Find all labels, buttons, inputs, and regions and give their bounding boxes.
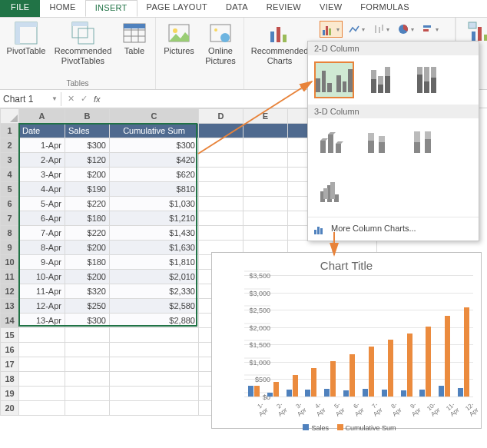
cell[interactable]: 5-Apr bbox=[19, 197, 65, 211]
cell[interactable]: Sales bbox=[65, 124, 110, 138]
chart-legend[interactable]: Sales Cumulative Sum bbox=[217, 424, 476, 432]
cell[interactable]: $220 bbox=[65, 226, 110, 241]
cell[interactable]: $200 bbox=[65, 241, 110, 255]
column-3d[interactable] bbox=[314, 174, 354, 211]
percent-stacked-column-3d[interactable] bbox=[406, 124, 446, 161]
row-header[interactable]: 3 bbox=[1, 153, 19, 168]
row-header[interactable]: 1 bbox=[1, 124, 19, 138]
cell[interactable]: $2,010 bbox=[110, 270, 199, 284]
cell[interactable]: $320 bbox=[65, 284, 110, 299]
cell[interactable]: $2,580 bbox=[110, 299, 199, 314]
tab-page-layout[interactable]: PAGE LAYOUT bbox=[137, 0, 217, 17]
cell[interactable]: $1,810 bbox=[110, 255, 199, 270]
row-header[interactable]: 15 bbox=[1, 328, 19, 343]
col-header-A[interactable]: A bbox=[19, 109, 65, 124]
name-box[interactable]: Chart 1▼ bbox=[0, 92, 61, 106]
cell[interactable]: 13-Apr bbox=[19, 314, 65, 328]
row-header[interactable]: 18 bbox=[1, 372, 19, 387]
cell[interactable]: $200 bbox=[65, 168, 110, 182]
recommended-pivottables-button[interactable]: Recommended PivotTables bbox=[52, 19, 114, 66]
tab-view[interactable]: VIEW bbox=[310, 0, 351, 17]
row-header[interactable]: 16 bbox=[1, 343, 19, 357]
cell[interactable]: 9-Apr bbox=[19, 255, 65, 270]
cell[interactable]: $420 bbox=[110, 153, 199, 168]
row-header[interactable]: 13 bbox=[1, 299, 19, 314]
cell[interactable]: $2,880 bbox=[110, 314, 199, 328]
cell[interactable]: 4-Apr bbox=[19, 182, 65, 197]
row-header[interactable]: 7 bbox=[1, 211, 19, 226]
row-header[interactable]: 6 bbox=[1, 197, 19, 211]
recommended-charts-button[interactable]: Recommended Charts bbox=[249, 19, 310, 66]
cell[interactable]: 11-Apr bbox=[19, 284, 65, 299]
cell[interactable]: $250 bbox=[65, 299, 110, 314]
row-header[interactable]: 20 bbox=[1, 401, 19, 416]
cell[interactable]: $810 bbox=[110, 182, 199, 197]
table-button[interactable]: Table bbox=[118, 19, 151, 66]
cell[interactable]: $1,430 bbox=[110, 226, 199, 241]
row-header[interactable]: 19 bbox=[1, 387, 19, 401]
cell[interactable]: $190 bbox=[65, 182, 110, 197]
col-header-D[interactable]: D bbox=[199, 109, 244, 124]
row-header[interactable]: 4 bbox=[1, 168, 19, 182]
cell[interactable]: 3-Apr bbox=[19, 168, 65, 182]
cell[interactable]: $1,630 bbox=[110, 241, 199, 255]
row-header[interactable]: 5 bbox=[1, 182, 19, 197]
cell[interactable]: $180 bbox=[65, 211, 110, 226]
cell[interactable]: $200 bbox=[65, 270, 110, 284]
tab-data[interactable]: DATA bbox=[217, 0, 257, 17]
tab-review[interactable]: REVIEW bbox=[257, 0, 310, 17]
pictures-button[interactable]: Pictures bbox=[161, 19, 197, 66]
cell[interactable]: $1,030 bbox=[110, 197, 199, 211]
clustered-column-2d[interactable] bbox=[314, 61, 354, 98]
tab-formulas[interactable]: FORMULAS bbox=[351, 0, 419, 17]
cell[interactable]: $620 bbox=[110, 168, 199, 182]
misc-chart-button-1[interactable]: ▾ bbox=[370, 21, 392, 38]
row-header[interactable]: 2 bbox=[1, 138, 19, 153]
cell[interactable]: 6-Apr bbox=[19, 211, 65, 226]
cell[interactable]: Date bbox=[19, 124, 65, 138]
pie-chart-button[interactable]: ▾ bbox=[395, 21, 416, 38]
row-header[interactable]: 17 bbox=[1, 357, 19, 372]
cell[interactable]: 2-Apr bbox=[19, 153, 65, 168]
chart-plot-area[interactable]: $0$500$1,000$1,500$2,000$2,500$3,000$3,5… bbox=[244, 275, 473, 397]
col-header-C[interactable]: C bbox=[110, 109, 199, 124]
stacked-column-3d[interactable] bbox=[360, 124, 400, 161]
tab-file[interactable]: FILE bbox=[0, 0, 40, 17]
fx-icon[interactable]: fx bbox=[94, 95, 101, 104]
bar-chart-button[interactable]: ▾ bbox=[419, 21, 441, 38]
stacked-column-2d[interactable] bbox=[360, 61, 400, 98]
cell[interactable]: $300 bbox=[110, 138, 199, 153]
cell[interactable]: Cumulative Sum bbox=[110, 124, 199, 138]
column-chart-button[interactable]: ▾ bbox=[320, 21, 343, 38]
cell[interactable]: $220 bbox=[65, 197, 110, 211]
cell[interactable]: $180 bbox=[65, 255, 110, 270]
tab-insert[interactable]: INSERT bbox=[85, 0, 137, 17]
line-chart-button[interactable]: ▾ bbox=[346, 21, 367, 38]
online-pictures-button[interactable]: Online Pictures bbox=[202, 19, 239, 66]
cell[interactable]: $300 bbox=[65, 138, 110, 153]
enter-icon[interactable]: ✓ bbox=[81, 94, 88, 104]
more-column-charts[interactable]: More Column Charts... bbox=[308, 217, 479, 241]
tab-home[interactable]: HOME bbox=[40, 0, 84, 17]
cancel-icon[interactable]: ✕ bbox=[68, 94, 75, 104]
row-header[interactable]: 14 bbox=[1, 314, 19, 328]
col-header-E[interactable]: E bbox=[244, 109, 288, 124]
embedded-chart[interactable]: Chart Title $0$500$1,000$1,500$2,000$2,5… bbox=[211, 252, 482, 429]
cell[interactable]: 7-Apr bbox=[19, 226, 65, 241]
col-header-B[interactable]: B bbox=[65, 109, 110, 124]
row-header[interactable]: 11 bbox=[1, 270, 19, 284]
cell[interactable]: 8-Apr bbox=[19, 241, 65, 255]
cell[interactable]: $120 bbox=[65, 153, 110, 168]
clustered-column-3d[interactable] bbox=[314, 124, 354, 161]
cell[interactable]: 10-Apr bbox=[19, 270, 65, 284]
row-header[interactable]: 12 bbox=[1, 284, 19, 299]
cell[interactable]: $300 bbox=[65, 314, 110, 328]
row-header[interactable]: 8 bbox=[1, 226, 19, 241]
cell[interactable]: 1-Apr bbox=[19, 138, 65, 153]
row-header[interactable]: 10 bbox=[1, 255, 19, 270]
cell[interactable]: $2,330 bbox=[110, 284, 199, 299]
chart-title[interactable]: Chart Title bbox=[217, 259, 476, 272]
cell[interactable]: $1,210 bbox=[110, 211, 199, 226]
pivottable-button[interactable]: PivotTable bbox=[5, 19, 48, 66]
select-all[interactable] bbox=[1, 109, 19, 124]
